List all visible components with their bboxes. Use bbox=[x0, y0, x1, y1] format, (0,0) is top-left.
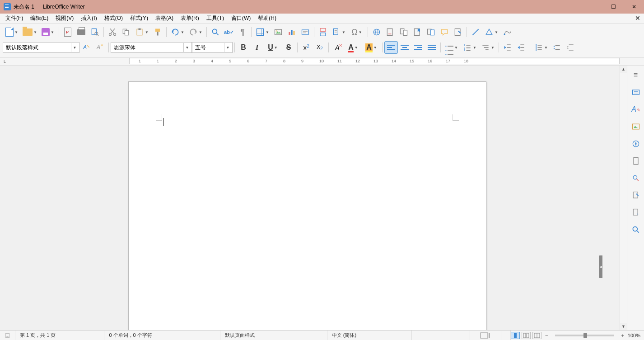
view-single-page-button[interactable] bbox=[511, 332, 520, 339]
align-left-button[interactable] bbox=[384, 41, 398, 54]
cross-ref-button[interactable] bbox=[424, 26, 438, 38]
scroll-track[interactable] bbox=[620, 73, 627, 323]
menu-file[interactable]: 文件(F) bbox=[2, 14, 27, 23]
line-spacing-button[interactable]: ▼ bbox=[532, 41, 550, 54]
print-button[interactable] bbox=[75, 26, 88, 38]
align-center-button[interactable] bbox=[398, 41, 411, 54]
zoom-in-button[interactable]: + bbox=[621, 333, 624, 338]
clone-format-button[interactable] bbox=[151, 26, 164, 38]
hyperlink-button[interactable] bbox=[370, 26, 383, 38]
increase-para-spacing-button[interactable] bbox=[550, 41, 564, 54]
close-document-button[interactable]: ✕ bbox=[634, 14, 641, 22]
paste-button[interactable]: ▼ bbox=[133, 26, 151, 38]
subscript-button[interactable]: X2 bbox=[313, 41, 327, 54]
decrease-indent-button[interactable] bbox=[514, 41, 528, 54]
status-language[interactable]: 中文 (简体) bbox=[327, 331, 412, 340]
sidebar-page-button[interactable] bbox=[630, 155, 642, 167]
copy-button[interactable] bbox=[119, 26, 133, 38]
export-pdf-button[interactable] bbox=[61, 26, 75, 38]
save-button[interactable]: ▼ bbox=[39, 26, 57, 38]
insert-image-button[interactable] bbox=[271, 26, 285, 38]
sidebar-accessibility-button[interactable]: + bbox=[630, 207, 642, 218]
insert-line-button[interactable] bbox=[469, 26, 482, 38]
sidebar-navigator-button[interactable] bbox=[630, 138, 642, 150]
clear-formatting-button[interactable]: A✕ bbox=[331, 41, 344, 54]
minimize-button[interactable]: ─ bbox=[583, 0, 603, 14]
sidebar-gallery-button[interactable] bbox=[630, 121, 642, 132]
bookmark-button[interactable] bbox=[411, 26, 424, 38]
zoom-percentage[interactable]: 100% bbox=[628, 333, 640, 338]
draw-functions-button[interactable] bbox=[500, 26, 514, 38]
update-style-button[interactable]: A bbox=[79, 41, 93, 54]
insert-field-button[interactable]: ▼ bbox=[330, 26, 348, 38]
spellcheck-button[interactable]: ab✓ bbox=[222, 26, 236, 38]
menu-view[interactable]: 视图(V) bbox=[52, 14, 77, 23]
decrease-para-spacing-button[interactable] bbox=[564, 41, 577, 54]
document-area[interactable]: ◄ bbox=[0, 66, 620, 330]
menu-window[interactable]: 窗口(W) bbox=[228, 14, 254, 23]
font-size-combo[interactable]: 五号 ▼ bbox=[192, 42, 233, 53]
menu-form[interactable]: 表单(R) bbox=[177, 14, 203, 23]
superscript-button[interactable]: X2 bbox=[299, 41, 313, 54]
menu-table[interactable]: 表格(A) bbox=[152, 14, 177, 23]
status-word-count[interactable]: 0 个单词，0 个字符 bbox=[104, 331, 220, 340]
number-list-button[interactable]: 123▼ bbox=[461, 41, 479, 54]
menu-tools[interactable]: 工具(T) bbox=[203, 14, 228, 23]
paragraph-style-combo[interactable]: 默认段落样式 ▼ bbox=[3, 42, 79, 53]
sidebar-styles-button[interactable]: A✎ bbox=[630, 104, 642, 115]
sidebar-find-button[interactable] bbox=[630, 224, 642, 236]
find-replace-button[interactable] bbox=[209, 26, 222, 38]
sidebar-collapse-handle[interactable]: ◄ bbox=[599, 255, 602, 278]
comment-button[interactable] bbox=[438, 26, 451, 38]
print-preview-button[interactable] bbox=[88, 26, 102, 38]
align-right-button[interactable] bbox=[411, 41, 425, 54]
view-book-button[interactable] bbox=[532, 332, 541, 339]
redo-button[interactable]: ▼ bbox=[187, 26, 205, 38]
vertical-scrollbar[interactable]: ▲ ▼ bbox=[620, 66, 627, 330]
menu-edit[interactable]: 编辑(E) bbox=[27, 14, 52, 23]
menu-styles[interactable]: 样式(Y) bbox=[126, 14, 152, 23]
zoom-out-button[interactable]: − bbox=[545, 333, 548, 338]
formatting-marks-button[interactable]: ¶ bbox=[236, 26, 249, 38]
status-page-style[interactable]: 默认页面样式 bbox=[220, 331, 327, 340]
sidebar-properties-button[interactable] bbox=[630, 86, 642, 98]
view-multi-page-button[interactable] bbox=[522, 332, 531, 339]
highlight-button[interactable]: A▼ bbox=[362, 41, 380, 54]
menu-insert[interactable]: 插入(I) bbox=[77, 14, 100, 23]
menu-format[interactable]: 格式(O) bbox=[101, 14, 126, 23]
align-justify-button[interactable] bbox=[425, 41, 439, 54]
bullet-list-button[interactable]: ▼ bbox=[443, 41, 461, 54]
insert-textbox-button[interactable] bbox=[299, 26, 312, 38]
cut-button[interactable] bbox=[106, 26, 119, 38]
open-button[interactable]: ▼ bbox=[21, 26, 39, 38]
status-selection-mode[interactable] bbox=[470, 331, 501, 340]
page[interactable] bbox=[128, 81, 486, 330]
new-doc-button[interactable]: ▼ bbox=[3, 26, 21, 38]
increase-indent-button[interactable] bbox=[501, 41, 514, 54]
endnote-button[interactable] bbox=[397, 26, 411, 38]
italic-button[interactable]: I bbox=[250, 41, 264, 54]
status-page-info[interactable]: 第 1 页，共 1 页 bbox=[15, 331, 104, 340]
zoom-thumb[interactable] bbox=[583, 333, 587, 338]
scroll-down-button[interactable]: ▼ bbox=[620, 323, 627, 330]
strikethrough-button[interactable]: S bbox=[282, 41, 295, 54]
status-insert-mode[interactable] bbox=[412, 331, 470, 340]
insert-chart-button[interactable] bbox=[285, 26, 299, 38]
page-break-button[interactable] bbox=[316, 26, 330, 38]
undo-button[interactable]: ▼ bbox=[168, 26, 187, 38]
footnote-button[interactable] bbox=[383, 26, 397, 38]
sidebar-style-inspector-button[interactable] bbox=[630, 172, 642, 184]
close-button[interactable]: ✕ bbox=[624, 0, 644, 14]
basic-shapes-button[interactable]: ▼ bbox=[482, 26, 500, 38]
outline-list-button[interactable]: ▼ bbox=[479, 41, 497, 54]
maximize-button[interactable]: ☐ bbox=[603, 0, 624, 14]
underline-button[interactable]: U▼ bbox=[264, 41, 282, 54]
horizontal-ruler[interactable]: 1123456789101112131415161718 bbox=[129, 58, 620, 64]
bold-button[interactable]: B bbox=[237, 41, 250, 54]
zoom-slider[interactable] bbox=[555, 335, 614, 336]
menu-help[interactable]: 帮助(H) bbox=[254, 14, 280, 23]
font-name-combo[interactable]: 思源宋体 ▼ bbox=[111, 42, 192, 53]
status-save-indicator[interactable] bbox=[0, 331, 15, 340]
sidebar-manage-changes-button[interactable] bbox=[630, 189, 642, 201]
new-style-button[interactable]: A✦ bbox=[93, 41, 107, 54]
